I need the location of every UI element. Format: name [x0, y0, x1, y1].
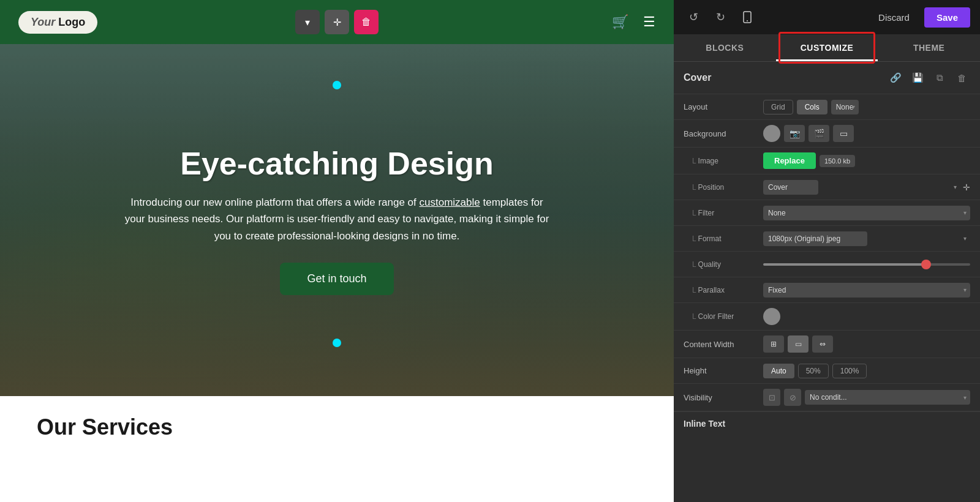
color-filter-label: Color Filter	[684, 312, 763, 321]
link-icon[interactable]: 🔗	[887, 69, 904, 86]
filter-label: Filter	[684, 209, 763, 217]
format-select[interactable]: 1080px (Original) jpeg 720px jpeg 480px …	[763, 231, 867, 246]
position-controls: Cover Contain Fill None ▾ ✛	[763, 180, 970, 195]
layout-controls: Grid Cols None ▾	[763, 100, 970, 114]
below-hero: Our Services	[0, 396, 674, 502]
format-controls: 1080px (Original) jpeg 720px jpeg 480px …	[763, 231, 970, 246]
quality-label: Quality	[684, 260, 763, 269]
format-row: Format 1080px (Original) jpeg 720px jpeg…	[674, 226, 980, 252]
layout-row: Layout Grid Cols None ▾	[674, 94, 980, 120]
content-width-row: Content Width ⊞ ▭ ⇔	[674, 331, 980, 358]
filter-controls: None Blur Grayscale ▾	[763, 206, 970, 220]
hero-underline-word: customizable	[420, 197, 480, 208]
filter-row: Filter None Blur Grayscale ▾	[674, 200, 980, 226]
panel-content: Cover 🔗 💾 ⧉ 🗑 Layout Grid Cols None ▾	[674, 62, 980, 502]
visibility-controls: ⊡ ⊘ No condit... ▾	[763, 389, 970, 406]
color-filter-circle[interactable]	[763, 308, 780, 325]
height-controls: Auto 50% 100%	[763, 364, 970, 378]
preview-panel: Your Logo ▾ ✛ 🗑 🛒 ☰ Eye-catching Design …	[0, 0, 674, 502]
format-label: Format	[684, 234, 763, 243]
menu-icon[interactable]: ☰	[643, 14, 655, 30]
content-width-label: Content Width	[684, 340, 763, 349]
layout-none-select[interactable]: None	[831, 100, 859, 114]
height-50-btn[interactable]: 50%	[798, 364, 829, 378]
content-width-full-btn[interactable]: ⇔	[812, 335, 833, 353]
panel-toolbar: ↺ ↻ Discard Save	[674, 0, 980, 34]
expand-icon[interactable]: ✛	[963, 182, 970, 192]
height-100-btn[interactable]: 100%	[832, 364, 867, 378]
tab-theme[interactable]: THEME	[878, 34, 980, 61]
logo-your: Your	[31, 16, 55, 28]
panel-tabs: BLOCKS CUSTOMIZE THEME	[674, 34, 980, 62]
image-row: Image Replace 150.0 kb	[674, 148, 980, 174]
move-tool-btn[interactable]: ✛	[325, 10, 349, 34]
quality-slider[interactable]	[763, 263, 970, 266]
layout-grid-btn[interactable]: Grid	[763, 100, 793, 114]
section-icons: 🔗 💾 ⧉ 🗑	[887, 69, 970, 86]
parallax-select[interactable]: Fixed Scroll None	[763, 283, 970, 298]
site-header: Your Logo ▾ ✛ 🗑 🛒 ☰	[0, 0, 674, 44]
redo-button[interactable]: ↻	[710, 7, 730, 27]
svg-point-1	[747, 20, 748, 21]
header-right-icons: 🛒 ☰	[612, 14, 655, 30]
visibility-label: Visibility	[684, 393, 763, 402]
background-photo-btn[interactable]: 📷	[784, 125, 805, 142]
device-toggle-button[interactable]	[737, 7, 757, 27]
parallax-label: Parallax	[684, 286, 763, 294]
dropdown-tool-btn[interactable]: ▾	[295, 10, 320, 34]
position-select[interactable]: Cover Contain Fill None	[763, 180, 818, 195]
layout-cols-btn[interactable]: Cols	[797, 100, 827, 114]
right-panel: ↺ ↻ Discard Save BLOCKS CUSTOMIZE THEME …	[674, 0, 980, 502]
filter-select[interactable]: None Blur Grayscale	[763, 206, 970, 220]
visibility-row: Visibility ⊡ ⊘ No condit... ▾	[674, 384, 980, 411]
parallax-controls: Fixed Scroll None ▾	[763, 283, 970, 298]
color-filter-row: Color Filter	[674, 303, 980, 331]
quality-controls	[763, 263, 970, 266]
hero-section: Eye-catching Design Introducing our new …	[0, 44, 674, 396]
file-size-badge: 150.0 kb	[820, 155, 855, 167]
undo-button[interactable]: ↺	[684, 7, 703, 27]
visibility-mobile-icon[interactable]: ⊘	[784, 389, 801, 406]
background-color-btn[interactable]	[763, 125, 780, 142]
layout-label: Layout	[684, 102, 763, 111]
hero-dot-bottom[interactable]	[333, 339, 341, 347]
content-width-center-btn[interactable]: ▭	[788, 335, 809, 353]
background-video-btn[interactable]: 🎬	[809, 125, 829, 142]
visibility-desktop-icon[interactable]: ⊡	[763, 389, 780, 406]
parallax-row: Parallax Fixed Scroll None ▾	[674, 277, 980, 303]
below-hero-title: Our Services	[37, 414, 637, 440]
height-row: Height Auto 50% 100%	[674, 358, 980, 384]
position-row: Position Cover Contain Fill None ▾ ✛	[674, 174, 980, 200]
height-label: Height	[684, 366, 763, 375]
logo[interactable]: Your Logo	[18, 11, 97, 34]
hero-cta-button[interactable]: Get in touch	[280, 263, 393, 295]
tab-customize[interactable]: CUSTOMIZE	[776, 34, 878, 61]
logo-logo: Logo	[58, 16, 85, 28]
delete-tool-btn[interactable]: 🗑	[354, 10, 379, 34]
discard-button[interactable]: Discard	[871, 9, 917, 26]
background-label: Background	[684, 129, 763, 138]
position-label: Position	[684, 183, 763, 192]
save-section-icon[interactable]: 💾	[909, 69, 926, 86]
image-controls: Replace 150.0 kb	[763, 152, 970, 169]
section-title: Cover	[684, 72, 887, 83]
visibility-select[interactable]: No condit...	[805, 390, 970, 405]
height-auto-btn[interactable]: Auto	[763, 364, 794, 378]
image-label: Image	[684, 157, 763, 165]
delete-section-icon[interactable]: 🗑	[953, 69, 970, 86]
content-width-expand-btn[interactable]: ⊞	[763, 335, 784, 353]
tab-blocks[interactable]: BLOCKS	[674, 34, 776, 61]
replace-image-button[interactable]: Replace	[763, 152, 816, 169]
background-controls: 📷 🎬 ▭	[763, 125, 970, 142]
quality-row: Quality	[674, 252, 980, 277]
background-row: Background 📷 🎬 ▭	[674, 120, 980, 148]
inline-text-section: Inline Text	[674, 411, 980, 435]
content-width-controls: ⊞ ▭ ⇔	[763, 335, 970, 353]
hero-subtitle: Introducing our new online platform that…	[123, 194, 551, 244]
hero-dot-top[interactable]	[333, 81, 341, 89]
cart-icon[interactable]: 🛒	[612, 14, 628, 30]
background-pattern-btn[interactable]: ▭	[833, 125, 854, 142]
hero-content: Eye-catching Design Introducing our new …	[74, 145, 600, 295]
save-button[interactable]: Save	[924, 7, 970, 28]
duplicate-icon[interactable]: ⧉	[931, 69, 948, 86]
